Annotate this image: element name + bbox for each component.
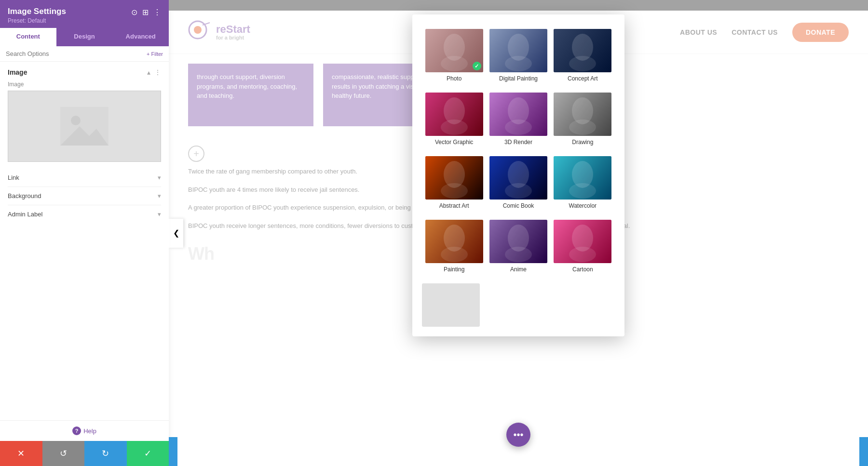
cancel-button[interactable]: ✕ <box>0 441 42 466</box>
style-label-abstract-art: Abstract Art <box>439 202 469 209</box>
tab-content[interactable]: Content <box>0 28 56 46</box>
help-icon: ? <box>72 426 81 435</box>
style-thumb-concept-art <box>554 29 611 72</box>
link-label: Link <box>8 174 19 181</box>
style-item-watercolor[interactable]: Watercolor <box>551 151 615 215</box>
filter-button[interactable]: + Filter <box>147 51 163 57</box>
svg-point-1 <box>71 116 81 125</box>
style-thumb-3d-render <box>489 93 547 136</box>
style-thumb-photo: ✓ <box>425 29 483 72</box>
style-label-comic-book: Comic Book <box>503 202 534 209</box>
style-item-3d-render[interactable]: 3D Render <box>486 88 550 151</box>
style-thumb-comic-book <box>489 156 547 200</box>
style-label-concept-art: Concept Art <box>568 75 598 82</box>
panel-footer: ? Help <box>0 420 169 441</box>
style-thumb-vector-graphic <box>425 93 483 136</box>
link-arrow-icon: ▾ <box>158 174 161 181</box>
modal-overlay: ✓PhotoDigital PaintingConcept ArtVector … <box>169 0 868 466</box>
style-item-abstract-art[interactable]: Abstract Art <box>422 151 486 215</box>
image-section-menu[interactable]: ⋮ <box>154 68 161 76</box>
main-area: reStart for a bright ABOUT US CONTACT US… <box>169 0 868 466</box>
style-item-comic-book[interactable]: Comic Book <box>486 151 550 215</box>
admin-label-field[interactable]: Admin Label ▾ <box>8 205 161 223</box>
style-thumb-digital-painting <box>489 29 547 72</box>
help-label: Help <box>83 427 96 435</box>
panel-search-bar: + Filter <box>0 46 169 62</box>
tab-design[interactable]: Design <box>56 28 113 46</box>
link-field[interactable]: Link ▾ <box>8 169 161 187</box>
panel-preset[interactable]: Preset: Default <box>8 17 66 24</box>
style-item-drawing[interactable]: Drawing <box>551 88 615 151</box>
panel-content: Image ▴ ⋮ Image Link ▾ Background ▾ <box>0 62 169 420</box>
style-label-digital-painting: Digital Painting <box>499 75 538 82</box>
search-input[interactable] <box>6 50 144 57</box>
target-icon[interactable]: ⊙ <box>131 8 137 17</box>
admin-label-text: Admin Label <box>8 211 42 218</box>
image-section-title: Image <box>8 68 27 76</box>
background-arrow-icon: ▾ <box>158 192 161 200</box>
help-button[interactable]: ? Help <box>72 426 96 435</box>
style-item-concept-art[interactable]: Concept Art <box>551 24 615 88</box>
left-panel: Image Settings Preset: Default ⊙ ⊞ ⋮ Con… <box>0 0 169 466</box>
admin-label-arrow-icon: ▾ <box>158 211 161 218</box>
style-thumb-painting <box>425 220 483 263</box>
blue-left-marker <box>169 437 177 466</box>
nav-arrow-left[interactable]: ❮ <box>169 219 183 248</box>
style-item-vector-graphic[interactable]: Vector Graphic <box>422 88 486 151</box>
modal-bottom <box>412 279 624 336</box>
image-field-label: Image <box>8 81 161 88</box>
style-label-drawing: Drawing <box>572 139 593 146</box>
style-item-anime[interactable]: Anime <box>486 215 550 279</box>
more-vert-icon[interactable]: ⋮ <box>153 8 161 17</box>
style-label-photo: Photo <box>447 75 461 82</box>
chevron-left-icon: ❮ <box>173 228 179 238</box>
fab-button[interactable]: ••• <box>506 423 530 447</box>
panel-header: Image Settings Preset: Default ⊙ ⊞ ⋮ <box>0 0 169 28</box>
style-check-photo: ✓ <box>473 62 481 70</box>
tab-advanced[interactable]: Advanced <box>112 28 169 46</box>
image-section-header: Image ▴ ⋮ <box>8 68 161 76</box>
style-grid: ✓PhotoDigital PaintingConcept ArtVector … <box>412 14 624 279</box>
style-thumb-drawing <box>554 93 611 136</box>
style-item-photo[interactable]: ✓Photo <box>422 24 486 88</box>
style-thumb-abstract-art <box>425 156 483 200</box>
redo-button[interactable]: ↻ <box>84 441 127 466</box>
style-label-cartoon: Cartoon <box>572 266 593 273</box>
style-thumb-watercolor <box>554 156 611 200</box>
panel-tabs: Content Design Advanced <box>0 28 169 46</box>
blue-right-marker <box>859 437 868 466</box>
style-picker-modal: ✓PhotoDigital PaintingConcept ArtVector … <box>412 14 624 336</box>
background-field[interactable]: Background ▾ <box>8 187 161 205</box>
save-button[interactable]: ✓ <box>127 441 169 466</box>
image-section-collapse[interactable]: ▴ <box>147 68 150 76</box>
style-item-painting[interactable]: Painting <box>422 215 486 279</box>
style-label-anime: Anime <box>510 266 527 273</box>
style-label-3d-render: 3D Render <box>504 139 532 146</box>
panel-header-icons: ⊙ ⊞ ⋮ <box>131 8 161 17</box>
style-item-digital-painting[interactable]: Digital Painting <box>486 24 550 88</box>
style-item-cartoon[interactable]: Cartoon <box>551 215 615 279</box>
style-thumb-anime <box>489 220 547 263</box>
undo-button[interactable]: ↺ <box>42 441 85 466</box>
extra-style-thumb <box>422 283 480 327</box>
image-preview[interactable] <box>8 91 161 162</box>
panel-title: Image Settings <box>8 7 66 16</box>
image-section-label: Image <box>8 68 27 76</box>
style-label-painting: Painting <box>444 266 464 273</box>
style-label-watercolor: Watercolor <box>569 202 597 209</box>
style-label-vector-graphic: Vector Graphic <box>435 139 473 146</box>
fab-dots-icon: ••• <box>513 429 523 440</box>
panel-bottom-bar: ✕ ↺ ↻ ✓ <box>0 441 169 466</box>
background-label: Background <box>8 192 41 200</box>
style-thumb-cartoon <box>554 220 611 263</box>
grid-icon[interactable]: ⊞ <box>142 8 149 17</box>
